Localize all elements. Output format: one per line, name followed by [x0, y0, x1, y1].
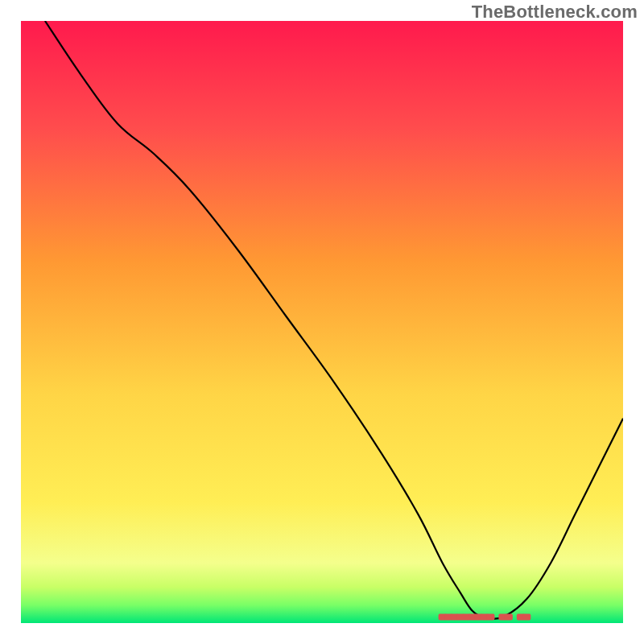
chart-container: TheBottleneck.com	[0, 0, 644, 644]
optimal-marker	[486, 614, 494, 621]
optimal-marker	[522, 614, 530, 621]
gradient-background	[21, 21, 623, 623]
watermark-text: TheBottleneck.com	[472, 2, 638, 23]
optimal-marker	[505, 614, 513, 621]
plot-area	[21, 21, 623, 623]
chart-svg	[21, 21, 623, 623]
optimal-marker-group	[439, 614, 531, 621]
